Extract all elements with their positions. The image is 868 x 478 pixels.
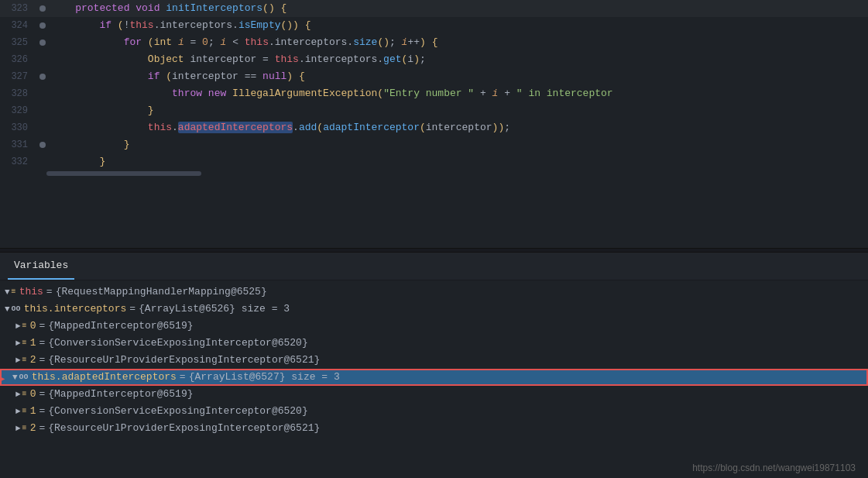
- gutter-330: [37, 119, 48, 136]
- code-332: }: [48, 153, 868, 170]
- ide-window: 323 protected void initInterceptors() { …: [0, 0, 868, 478]
- debug-toolbar: Variables: [0, 253, 868, 280]
- var-row-interceptors-2[interactable]: ► ≡ 2 = {ResourceUrlProviderExposingInte…: [0, 352, 868, 369]
- var-val-i0: {MappedInterceptor@6519}: [48, 318, 193, 335]
- expand-icon-adapted: ▼: [12, 369, 18, 386]
- type-icon-i0: ≡: [22, 318, 27, 335]
- gutter-329: [37, 102, 48, 119]
- scrollbar-thumb[interactable]: [46, 171, 201, 176]
- code-323: protected void initInterceptors() {: [48, 0, 868, 17]
- code-326: Object interceptor = this.interceptors.g…: [48, 51, 868, 68]
- expand-icon-i0: ►: [15, 318, 21, 335]
- code-328: throw new IllegalArgumentException("Entr…: [48, 85, 868, 102]
- gutter-325: [37, 34, 48, 51]
- tab-variables[interactable]: Variables: [8, 253, 74, 280]
- horizontal-scrollbar[interactable]: [0, 170, 868, 177]
- var-name-i0: 0: [30, 318, 36, 335]
- var-name-this: this: [19, 284, 43, 301]
- code-line-327: 327 if (interceptor == null) {: [0, 68, 868, 85]
- line-num-326: 326: [0, 51, 37, 68]
- var-name-i1: 1: [30, 335, 36, 352]
- code-line-330: 330 this.adaptedInterceptors.add(adaptIn…: [0, 119, 868, 136]
- var-row-interceptors[interactable]: ▼ oo this.interceptors = {ArrayList@6526…: [0, 301, 868, 318]
- var-row-adapted-0[interactable]: ► ≡ 0 = {MappedInterceptor@6519}: [0, 386, 868, 403]
- gutter-328: [37, 85, 48, 102]
- gutter-326: [37, 51, 48, 68]
- var-row-adapted-1[interactable]: ► ≡ 1 = {ConversionServiceExposingInterc…: [0, 403, 868, 420]
- watermark: https://blog.csdn.net/wangwei19871103: [692, 463, 856, 473]
- var-name-interceptors: this.interceptors: [24, 301, 127, 318]
- code-line-324: 324 if (!this.interceptors.isEmpty()) {: [0, 17, 868, 34]
- type-icon-i1: ≡: [22, 335, 27, 352]
- var-eq-a1: =: [39, 403, 45, 420]
- var-name-adapted: this.adaptedInterceptors: [32, 369, 177, 386]
- code-line-331: 331 }: [0, 136, 868, 153]
- var-eq-i2: =: [39, 352, 45, 369]
- var-val-interceptors: {ArrayList@6526} size = 3: [139, 301, 290, 318]
- var-row-interceptors-1[interactable]: ► ≡ 1 = {ConversionServiceExposingInterc…: [0, 335, 868, 352]
- gutter-324: [37, 17, 48, 34]
- line-num-324: 324: [0, 17, 37, 34]
- var-eq-this: =: [46, 284, 53, 301]
- var-row-adapted-2[interactable]: ► ≡ 2 = {ResourceUrlProviderExposingInte…: [0, 420, 868, 437]
- code-325: for (int i = 0; i < this.interceptors.si…: [48, 34, 868, 51]
- type-icon-i2: ≡: [22, 352, 27, 369]
- code-line-332: 332 }: [0, 153, 868, 170]
- var-eq-i0: =: [39, 318, 45, 335]
- debug-panel: Variables ▼ ≡ this = {RequestMappingHand…: [0, 253, 868, 478]
- line-num-331: 331: [0, 136, 37, 153]
- var-name-a2: 2: [30, 420, 36, 437]
- code-line-326: 326 Object interceptor = this.intercepto…: [0, 51, 868, 68]
- type-icon-a2: ≡: [22, 420, 27, 437]
- expand-icon-i2: ►: [15, 352, 21, 369]
- var-val-i2: {ResourceUrlProviderExposingInterceptor@…: [48, 352, 320, 369]
- expand-icon-a2: ►: [15, 420, 21, 437]
- line-num-323: 323: [0, 0, 37, 17]
- line-num-327: 327: [0, 68, 37, 85]
- type-icon-a0: ≡: [22, 386, 27, 403]
- var-row-adapted[interactable]: ▶ ▼ oo this.adaptedInterceptors = {Array…: [0, 369, 868, 386]
- expand-icon-interceptors: ▼: [5, 301, 10, 318]
- code-editor[interactable]: 323 protected void initInterceptors() { …: [0, 0, 868, 248]
- code-329: }: [48, 102, 868, 119]
- expand-icon-a0: ►: [15, 386, 21, 403]
- code-324: if (!this.interceptors.isEmpty()) {: [48, 17, 868, 34]
- oo-icon-adapted: oo: [19, 369, 29, 386]
- line-num-328: 328: [0, 85, 37, 102]
- var-val-a2: {ResourceUrlProviderExposingInterceptor@…: [48, 420, 320, 437]
- var-val-adapted: {ArrayList@6527} size = 3: [189, 369, 340, 386]
- gutter-323: [37, 0, 48, 17]
- type-icon-this: ≡: [12, 284, 16, 301]
- var-row-interceptors-0[interactable]: ► ≡ 0 = {MappedInterceptor@6519}: [0, 318, 868, 335]
- code-line-323: 323 protected void initInterceptors() {: [0, 0, 868, 17]
- var-eq-i1: =: [39, 335, 45, 352]
- line-num-330: 330: [0, 119, 37, 136]
- gutter-332: [37, 153, 48, 170]
- line-num-332: 332: [0, 153, 37, 170]
- code-line-328: 328 throw new IllegalArgumentException("…: [0, 85, 868, 102]
- line-num-325: 325: [0, 34, 37, 51]
- var-row-this[interactable]: ▼ ≡ this = {RequestMappingHandlerMapping…: [0, 284, 868, 301]
- var-val-a0: {MappedInterceptor@6519}: [48, 386, 193, 403]
- code-327: if (interceptor == null) {: [48, 68, 868, 85]
- variables-list: ▼ ≡ this = {RequestMappingHandlerMapping…: [0, 280, 868, 440]
- code-line-325: 325 for (int i = 0; i < this.interceptor…: [0, 34, 868, 51]
- var-eq-a2: =: [39, 420, 45, 437]
- var-eq-adapted: =: [180, 369, 186, 386]
- code-331: }: [48, 136, 868, 153]
- var-name-i2: 2: [30, 352, 36, 369]
- line-num-329: 329: [0, 102, 37, 119]
- var-val-this: {RequestMappingHandlerMapping@6525}: [56, 284, 267, 301]
- var-val-a1: {ConversionServiceExposingInterceptor@65…: [48, 403, 307, 420]
- var-name-a1: 1: [30, 403, 36, 420]
- var-eq-a0: =: [39, 386, 45, 403]
- var-name-a0: 0: [30, 386, 36, 403]
- expand-icon-i1: ►: [15, 335, 21, 352]
- gutter-331: [37, 136, 48, 153]
- code-line-329: 329 }: [0, 102, 868, 119]
- expand-icon-a1: ►: [15, 403, 21, 420]
- gutter-327: [37, 68, 48, 85]
- var-val-i1: {ConversionServiceExposingInterceptor@65…: [48, 335, 307, 352]
- code-330: this.adaptedInterceptors.add(adaptInterc…: [48, 119, 868, 136]
- type-icon-a1: ≡: [22, 403, 27, 420]
